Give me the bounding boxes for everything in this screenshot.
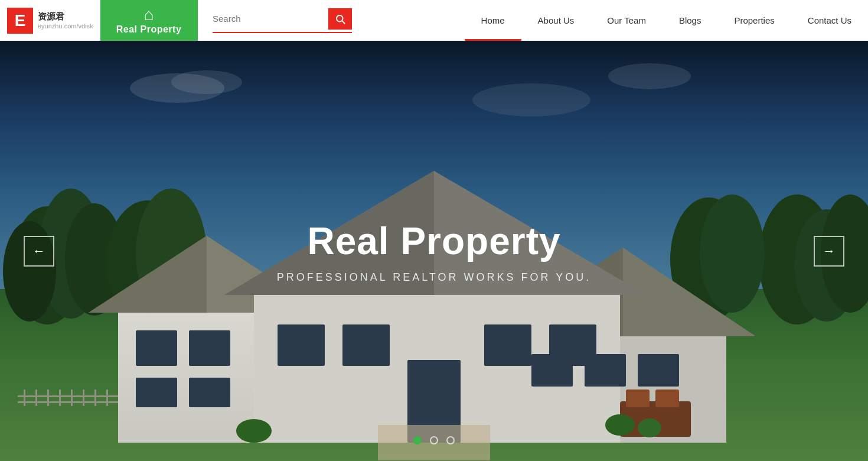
svg-rect-48	[71, 389, 73, 406]
hero-text-block: Real Property PROFESSIONAL REALTOR WORKS…	[277, 219, 591, 283]
svg-rect-34	[342, 324, 390, 366]
svg-rect-46	[47, 389, 49, 406]
hero-subtitle: PROFESSIONAL REALTOR WORKS FOR YOU.	[277, 271, 591, 283]
nav-item-about[interactable]: About Us	[521, 0, 591, 41]
svg-rect-51	[106, 389, 108, 406]
svg-rect-39	[585, 354, 626, 387]
hero-dots	[413, 436, 455, 444]
nav-item-properties[interactable]: Properties	[717, 0, 791, 41]
svg-point-18	[700, 194, 765, 313]
svg-point-5	[472, 83, 590, 116]
header: E 资源君 eyunzhu.com/vdisk ⌂ Real Property …	[0, 0, 868, 41]
hero-dot-1[interactable]	[413, 436, 422, 444]
svg-rect-53	[626, 389, 650, 407]
svg-point-56	[605, 414, 635, 436]
logo-area: E 资源君 eyunzhu.com/vdisk ⌂ Real Property	[0, 0, 189, 41]
svg-point-6	[608, 63, 691, 89]
hero-slider: Real Property PROFESSIONAL REALTOR WORKS…	[0, 41, 868, 461]
logo-brand-sub: eyunzhu.com/vdisk	[38, 22, 93, 30]
svg-rect-33	[278, 324, 325, 366]
arrow-right-icon: →	[823, 244, 836, 259]
hero-title: Real Property	[277, 219, 591, 262]
hero-prev-button[interactable]: ←	[24, 236, 54, 267]
nav-item-home[interactable]: Home	[465, 0, 521, 41]
svg-rect-45	[35, 389, 37, 406]
svg-rect-29	[136, 330, 177, 366]
svg-rect-44	[24, 389, 25, 406]
hero-dot-3[interactable]	[446, 436, 455, 444]
svg-rect-40	[638, 354, 679, 387]
svg-line-1	[342, 21, 344, 23]
nav-item-team[interactable]: Our Team	[590, 0, 663, 41]
house-icon: ⌂	[144, 7, 154, 23]
logo-tagline: Real Property	[116, 24, 182, 35]
svg-rect-32	[189, 378, 230, 407]
svg-rect-42	[18, 395, 118, 397]
svg-rect-35	[484, 324, 531, 366]
hero-next-button[interactable]: →	[814, 236, 844, 267]
search-area	[213, 8, 352, 33]
arrow-left-icon: ←	[32, 244, 45, 259]
svg-rect-43	[18, 401, 118, 403]
svg-rect-38	[531, 354, 573, 387]
logo-text: 资源君 eyunzhu.com/vdisk	[38, 11, 93, 30]
search-button[interactable]	[328, 8, 352, 30]
nav-item-blogs[interactable]: Blogs	[663, 0, 718, 41]
nav-item-contact[interactable]: Contact Us	[791, 0, 868, 41]
logo-letter: E	[15, 11, 26, 30]
logo-text-block: E 资源君 eyunzhu.com/vdisk	[0, 0, 100, 41]
svg-rect-54	[655, 389, 679, 407]
svg-rect-49	[83, 389, 84, 406]
logo-brand-name: 资源君	[38, 11, 93, 22]
search-input[interactable]	[213, 11, 325, 26]
svg-rect-50	[94, 389, 96, 406]
hero-dot-2[interactable]	[430, 436, 438, 444]
svg-point-57	[638, 418, 661, 437]
svg-rect-30	[189, 330, 230, 366]
svg-rect-47	[59, 389, 61, 406]
logo-e-box: E	[7, 8, 33, 34]
logo-green-block: ⌂ Real Property	[100, 0, 198, 41]
svg-rect-31	[136, 378, 177, 407]
svg-point-55	[236, 419, 272, 443]
main-nav: Home About Us Our Team Blogs Properties …	[465, 0, 868, 41]
svg-point-4	[171, 70, 242, 94]
search-icon	[335, 14, 345, 24]
